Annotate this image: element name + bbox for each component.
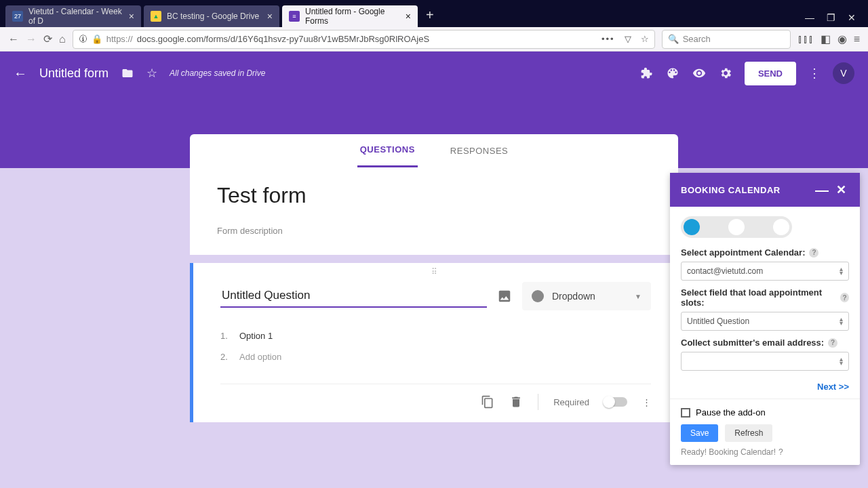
question-card[interactable]: ⠿ Dropdown ▼ 1. Option 1 2. Add option (190, 263, 678, 422)
option-number: 1. (220, 331, 231, 341)
palette-icon[interactable] (666, 66, 679, 80)
library-icon[interactable]: ⫿⫿⫿ (797, 33, 814, 45)
refresh-button[interactable]: Refresh (725, 424, 772, 442)
browser-tab[interactable]: 27 Vietutd - Calendar - Week of D × (5, 5, 141, 27)
folder-icon[interactable] (121, 67, 134, 79)
next-button[interactable]: Next >> (681, 382, 849, 392)
url-bar[interactable]: 🛈 🔒 https://docs.google.com/forms/d/16Y6… (73, 30, 655, 49)
question-type-select[interactable]: Dropdown ▼ (522, 282, 651, 310)
dropdown-type-icon (532, 290, 544, 302)
pause-checkbox[interactable]: Pause the add-on (681, 407, 849, 418)
close-icon[interactable]: × (267, 11, 273, 22)
extension-icon[interactable]: ◉ (837, 33, 847, 45)
star-icon[interactable]: ☆ (146, 66, 157, 81)
question-type-label: Dropdown (552, 291, 595, 302)
question-more-icon[interactable]: ⋮ (642, 397, 651, 407)
browser-tab[interactable]: ▲ BC testing - Google Drive × (144, 5, 279, 27)
panel-minimize-icon[interactable]: — (811, 186, 833, 193)
sidebar-icon[interactable]: ◧ (821, 33, 831, 45)
option-row[interactable]: 1. Option 1 (220, 325, 651, 346)
window-maximize-icon[interactable]: ❐ (827, 12, 835, 23)
tab-label: Vietutd - Calendar - Week of D (28, 7, 123, 26)
field-select[interactable]: Untitled Question▴▾ (681, 312, 849, 331)
close-icon[interactable]: × (129, 11, 134, 22)
reload-icon[interactable]: ⟳ (43, 33, 52, 45)
calendar-label: Select appointment Calendar:? (681, 247, 849, 258)
calendar-select[interactable]: contact@vietutd.com▴▾ (681, 262, 849, 281)
form-title[interactable]: Test form (217, 183, 651, 208)
search-placeholder: Search (683, 34, 711, 44)
question-title-input[interactable] (220, 285, 487, 308)
form-description[interactable]: Form description (217, 226, 651, 236)
favicon: 27 (12, 11, 23, 22)
bookmark-icon[interactable]: ☆ (641, 34, 649, 44)
app-back-icon[interactable]: ← (14, 66, 27, 81)
tab-label: BC testing - Google Drive (167, 12, 259, 21)
form-tabs: QUESTIONS RESPONSES (190, 134, 678, 167)
avatar[interactable]: V (833, 62, 854, 84)
new-tab-button[interactable]: + (420, 7, 439, 27)
home-icon[interactable]: ⌂ (59, 33, 66, 45)
help-icon[interactable]: ? (828, 338, 837, 348)
search-icon: 🔍 (668, 34, 679, 44)
preview-icon[interactable] (692, 66, 707, 80)
duplicate-icon[interactable] (481, 395, 494, 409)
step-dot (773, 219, 789, 235)
window-minimize-icon[interactable]: — (805, 12, 814, 23)
more-icon[interactable]: ⋮ (808, 66, 821, 81)
email-select[interactable]: ▴▾ (681, 352, 849, 371)
window-close-icon[interactable]: ✕ (848, 12, 856, 23)
url-text: docs.google.com/forms/d/16Y6q1hsvz-py7uu… (137, 34, 429, 44)
browser-tab-active[interactable]: ≡ Untitled form - Google Forms × (282, 5, 418, 27)
url-protocol: https:// (106, 34, 133, 44)
save-status: All changes saved in Drive (170, 68, 265, 78)
help-icon[interactable]: ? (840, 293, 849, 302)
required-toggle[interactable] (604, 397, 627, 407)
step-dot (728, 219, 745, 235)
shield-icon: 🛈 (79, 34, 87, 44)
doc-title[interactable]: Untitled form (39, 66, 108, 81)
email-label: Collect submitter's email address:? (681, 338, 849, 348)
drag-handle-icon[interactable]: ⠿ (193, 267, 678, 277)
nav-back-icon[interactable]: ← (8, 33, 19, 45)
add-option-label[interactable]: Add option (239, 352, 281, 362)
tab-label: Untitled form - Google Forms (305, 7, 400, 26)
lock-icon: 🔒 (92, 34, 102, 44)
required-label: Required (553, 397, 589, 407)
help-icon[interactable]: ? (809, 248, 818, 258)
chevron-down-icon: ▼ (635, 293, 642, 300)
favicon: ≡ (289, 11, 300, 22)
page-actions-icon[interactable]: ••• (601, 34, 615, 44)
step-indicator (681, 216, 792, 238)
close-icon[interactable]: × (406, 11, 411, 22)
addons-icon[interactable] (640, 66, 654, 80)
favicon: ▲ (151, 11, 161, 22)
checkbox-icon (681, 408, 690, 418)
add-image-icon[interactable] (496, 288, 513, 304)
tab-questions[interactable]: QUESTIONS (357, 134, 418, 167)
search-box[interactable]: 🔍 Search (662, 30, 791, 49)
form-header-card[interactable]: Test form Form description (190, 167, 678, 255)
add-option-row[interactable]: 2. Add option (220, 346, 651, 367)
panel-close-icon[interactable]: ✕ (833, 182, 850, 197)
send-button[interactable]: SEND (745, 62, 796, 85)
reader-icon[interactable]: ▽ (625, 34, 631, 44)
field-label: Select field that load appointment slots… (681, 287, 849, 308)
save-button[interactable]: Save (681, 424, 718, 442)
option-label[interactable]: Option 1 (239, 331, 273, 341)
step-dot (684, 219, 700, 235)
status-text: Ready! Booking Calendar!? (681, 447, 849, 457)
panel-title: BOOKING CALENDAR (681, 185, 781, 195)
delete-icon[interactable] (509, 395, 523, 409)
menu-icon[interactable]: ≡ (854, 33, 860, 45)
option-number: 2. (220, 352, 231, 362)
settings-icon[interactable] (719, 66, 732, 80)
booking-calendar-panel: BOOKING CALENDAR — ✕ Select appointment … (670, 173, 860, 465)
help-icon[interactable]: ? (778, 447, 783, 457)
nav-forward-icon: → (26, 33, 37, 45)
tab-responses[interactable]: RESPONSES (448, 135, 511, 167)
